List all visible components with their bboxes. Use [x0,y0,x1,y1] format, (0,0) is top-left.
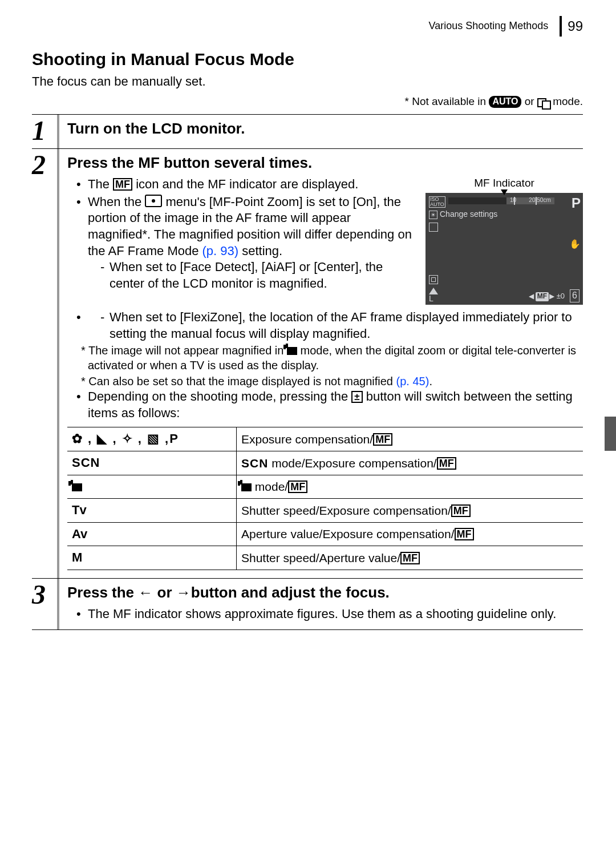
stitch-assist-icon [537,98,550,106]
step-1: 1 Turn on the LCD monitor. [32,114,583,148]
availability-note: * Not available in AUTO or mode. [32,95,583,109]
mf-icon: MF [288,481,307,493]
mode-cell-scn: SCN [67,451,237,475]
table-row: Av Aperture value/Exposure compensation/… [67,522,583,546]
size-large-icon: L [429,293,433,304]
mode-cell-av: Av [67,522,237,546]
mode-cell-tv: Tv [67,499,237,523]
desc-cell: SCN mode/Exposure compensation/MF [237,451,583,475]
intro-text: The focus can be manually set. [32,74,583,90]
step2-bullet-1: The MF icon and the MF indicator are dis… [79,176,583,193]
step3-heading: Press the ← or →button and adjust the fo… [67,583,583,602]
step2-dash-1: When set to [Face Detect], [AiAF] or [Ce… [100,259,583,292]
mf-icon: MF [437,457,456,470]
mode-cell-m: M [67,546,237,570]
left-arrow-icon: ◀ [529,292,534,301]
table-row: mode/MF [67,475,583,499]
step-2: 2 Press the MF button several times. MF … [32,148,583,578]
mode-switch-table: ✿ , ◣ , ✧ , ▧ ,P Exposure compensation/M… [67,427,583,570]
page-number: 99 [568,17,583,35]
avail-mid: or [525,95,537,107]
mf-badge: MF [536,292,549,301]
auto-mode-icon: AUTO [489,96,521,108]
table-row: M Shutter speed/Aperture value/MF [67,546,583,570]
desc-cell: Shutter speed/Exposure compensation/MF [237,499,583,523]
step1-heading: Turn on the LCD monitor. [67,119,583,138]
right-arrow-icon: → [176,584,191,601]
table-row: SCN SCN mode/Exposure compensation/MF [67,451,583,475]
rec-menu-icon [145,195,162,207]
movie-mode-icon [241,483,252,491]
step-3: 3 Press the ← or →button and adjust the … [32,578,583,630]
step2-footnote-2: * Can also be set so that the image disp… [73,374,583,389]
exposure-comp-button-icon: ± [351,391,362,403]
desc-cell: mode/MF [237,475,583,499]
table-row: ✿ , ◣ , ✧ , ▧ ,P Exposure compensation/M… [67,427,583,451]
movie-mode-icon [287,347,297,355]
movie-mode-icon [72,483,82,491]
thumb-tab [605,417,616,451]
step-number-2: 2 [32,149,57,179]
desc-cell: Shutter speed/Aperture value/MF [237,546,583,570]
table-row: Tv Shutter speed/Exposure compensation/M… [67,499,583,523]
desc-cell: Aperture value/Exposure compensation/MF [237,522,583,546]
avail-prefix: * Not available in [405,95,489,107]
mf-icon: MF [373,433,392,446]
header-divider [560,16,562,37]
page-ref-93: (p. 93) [202,244,239,258]
left-arrow-icon: ← [138,584,153,601]
step-number-1: 1 [32,115,57,144]
running-header: Various Shooting Methods 99 [32,16,583,37]
mf-icon: MF [451,504,471,517]
right-arrow-icon: ▶ [549,292,554,301]
avail-suffix: mode. [553,95,583,107]
step2-dash-2-wrap: When set to [FlexiZone], the location of… [79,309,583,342]
mf-icon: MF [113,178,132,191]
step2-bullet-2: When the menu's [MF-Point Zoom] is set t… [79,194,583,292]
mode-cell-creative: ✿ , ◣ , ✧ , ▧ ,P [67,427,237,451]
step2-heading: Press the MF button several times. [67,154,583,172]
mode-cell-movie [67,475,237,499]
mf-icon: MF [455,528,474,540]
page-ref-45: (p. 45) [396,375,429,387]
mf-icon: MF [400,552,420,564]
section-name: Various Shooting Methods [429,19,549,33]
step3-bullet-1: The MF indicator shows approximate figur… [79,606,583,623]
step2-footnote-1: * The image will not appear magnified in… [73,343,583,373]
creative-mode-icons: ✿ , ◣ , ✧ , ▧ , [72,431,169,446]
ev-value: ±0 [557,292,565,301]
desc-cell: Exposure compensation/MF [237,427,583,451]
step-number-3: 3 [32,579,57,608]
step2-dash-2: When set to [FlexiZone], the location of… [100,309,583,342]
page-title: Shooting in Manual Focus Mode [32,48,583,70]
step2-bullet-3: Depending on the shooting mode, pressing… [79,389,583,421]
